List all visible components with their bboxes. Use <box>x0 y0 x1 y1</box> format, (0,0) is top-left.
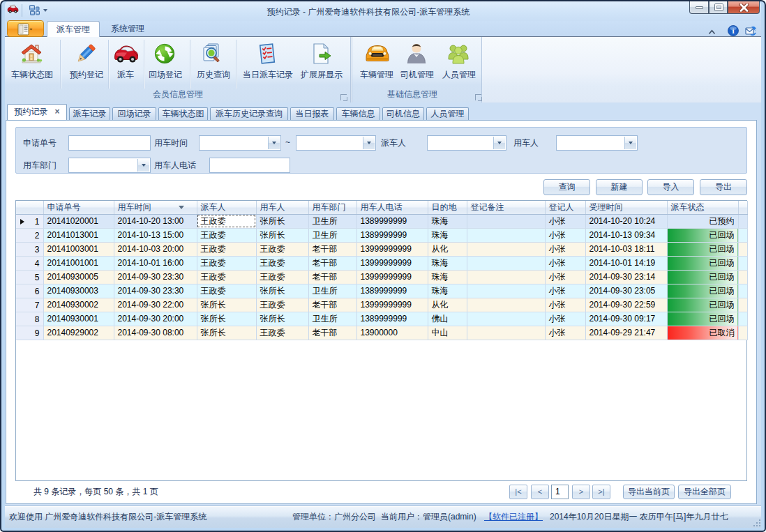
svg-text:i: i <box>732 26 734 35</box>
